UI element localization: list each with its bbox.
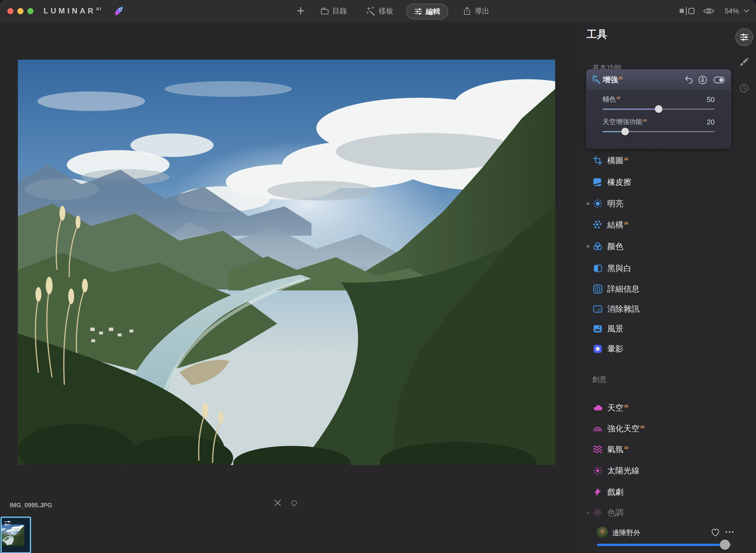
- editor-canvas: IMG_0995.JPG: [0, 22, 580, 553]
- close-window-button[interactable]: [7, 8, 13, 14]
- magic-wand-icon: [366, 6, 376, 16]
- favorite-template-heart-icon[interactable]: [710, 527, 721, 537]
- fullscreen-window-button[interactable]: [27, 8, 33, 14]
- structure-dots-icon: [593, 220, 603, 230]
- tool-item-light[interactable]: 明亮: [586, 196, 732, 212]
- tools-sidebar: 工具 基本功能: [580, 22, 756, 553]
- more-options-icon[interactable]: [724, 527, 735, 537]
- template-name: 邊陲野外: [612, 528, 640, 538]
- section-creative: 創意: [592, 375, 607, 385]
- top-toolbar: LUMINARAI 目錄: [0, 0, 756, 22]
- enhance-panel: 增強AI 輔色AI 50: [586, 69, 731, 148]
- tool-item-structure[interactable]: 結構AI: [586, 217, 732, 233]
- rail-adjustments-button[interactable]: [736, 28, 753, 46]
- close-x-icon: [274, 498, 282, 507]
- tab-templates[interactable]: 樣板: [366, 0, 394, 22]
- slider-sky-enhancer-value: 20: [707, 118, 715, 126]
- edited-badge-icon: [4, 520, 12, 527]
- brush-icon: [739, 57, 749, 67]
- tool-item-black-white[interactable]: 黑與白: [586, 261, 732, 276]
- enhance-sparkle-icon: [591, 75, 602, 85]
- tool-item-landscape[interactable]: 風景: [586, 321, 732, 337]
- tool-item-erase[interactable]: 橡皮擦: [586, 174, 732, 190]
- compare-view-button[interactable]: [679, 0, 697, 22]
- rocket-icon: [113, 5, 124, 17]
- edit-mask-icon[interactable]: [697, 75, 708, 85]
- filmstrip-thumbnail-selected[interactable]: [0, 517, 31, 553]
- slider-accent-label: 輔色AI: [603, 95, 620, 104]
- augmented-sky-icon: [593, 423, 603, 434]
- photo-view[interactable]: [18, 60, 555, 465]
- zoom-level-value: 54%: [725, 7, 739, 15]
- enhance-panel-header[interactable]: 增強AI: [587, 69, 731, 90]
- eraser-icon: [593, 177, 603, 187]
- folder-icon: [320, 6, 329, 16]
- modified-dot: [587, 511, 590, 514]
- heart-icon: [290, 498, 298, 507]
- slider-accent-value: 50: [707, 96, 715, 104]
- enhance-title: 增強AI: [603, 75, 623, 85]
- tool-item-details[interactable]: 詳細信息: [586, 281, 732, 297]
- rail-history-button[interactable]: [738, 83, 750, 94]
- tool-item-augmented-sky[interactable]: 強化天空AI: [586, 421, 732, 437]
- landscape-icon: [593, 324, 603, 334]
- sun-icon: [593, 199, 603, 209]
- sky-cloud-icon: [593, 403, 603, 413]
- zoom-level-control[interactable]: 54%: [725, 0, 751, 22]
- denoise-icon: [593, 304, 603, 314]
- tab-export-label: 導出: [475, 6, 489, 16]
- slider-accent-track[interactable]: [603, 108, 715, 110]
- vignette-icon: [593, 344, 603, 354]
- template-intensity-fill: [597, 544, 725, 546]
- slider-accent-thumb[interactable]: [655, 105, 663, 113]
- rail-edits-brush-button[interactable]: [738, 56, 750, 68]
- logo-text: LUMINAR: [44, 7, 96, 15]
- sidebar-title: 工具: [587, 27, 607, 41]
- slider-sky-enhancer-label: 天空增強功能AI: [603, 117, 647, 126]
- toggle-on-icon[interactable]: [713, 75, 726, 85]
- sun-rays-icon: [593, 466, 603, 476]
- dramatic-bolt-icon: [593, 487, 603, 497]
- details-grid-icon: [593, 284, 603, 294]
- reject-photo-button[interactable]: [272, 497, 283, 508]
- tab-templates-label: 樣板: [379, 6, 394, 16]
- slider-sky-enhancer-ai: 天空增強功能AI 20: [603, 117, 715, 132]
- traffic-lights: [7, 0, 33, 22]
- preview-toggle-button[interactable]: [703, 0, 715, 22]
- color-circles-icon: [593, 241, 603, 252]
- tab-catalog-label: 目錄: [332, 6, 347, 16]
- crop-icon: [593, 155, 603, 166]
- tool-item-atmosphere[interactable]: 氣氛AI: [586, 442, 732, 457]
- tool-item-composition[interactable]: 構圖AI: [586, 153, 732, 168]
- tab-edit-label: 編輯: [426, 7, 440, 17]
- undo-icon[interactable]: [684, 75, 694, 85]
- black-white-icon: [593, 263, 603, 273]
- tool-item-denoise[interactable]: 消除雜訊: [586, 301, 732, 317]
- tool-item-color[interactable]: 颜色: [586, 239, 732, 254]
- eye-icon: [703, 6, 715, 16]
- tool-item-vignette[interactable]: 暈影: [586, 341, 732, 357]
- tab-export[interactable]: 導出: [462, 0, 489, 22]
- chevron-down-icon: [742, 9, 751, 13]
- add-photos-button[interactable]: [294, 6, 305, 16]
- template-thumbnail[interactable]: [597, 527, 608, 538]
- export-share-icon: [462, 6, 472, 16]
- slider-accent-fill: [603, 108, 659, 110]
- template-intensity-track[interactable]: [597, 544, 732, 546]
- minimize-window-button[interactable]: [17, 8, 23, 14]
- slider-sky-enhancer-thumb[interactable]: [621, 128, 629, 136]
- tool-item-sunrays[interactable]: 太陽光線: [586, 463, 732, 478]
- history-clock-icon: [739, 83, 749, 94]
- favorite-photo-button[interactable]: [288, 497, 300, 508]
- photo-image: [18, 60, 555, 465]
- tab-catalog[interactable]: 目錄: [320, 0, 347, 22]
- tool-item-sky-ai[interactable]: 天空AI: [586, 400, 732, 416]
- plus-icon: [296, 6, 305, 15]
- app-logo: LUMINARAI: [44, 0, 102, 22]
- tool-item-dramatic[interactable]: 戲劇: [586, 484, 732, 500]
- template-intensity-thumb[interactable]: [720, 540, 730, 550]
- logo-ai-superscript: AI: [96, 7, 102, 11]
- adjustments-icon: [414, 7, 423, 16]
- slider-sky-enhancer-track[interactable]: [603, 131, 715, 132]
- tab-edit-active[interactable]: 編輯: [406, 4, 448, 19]
